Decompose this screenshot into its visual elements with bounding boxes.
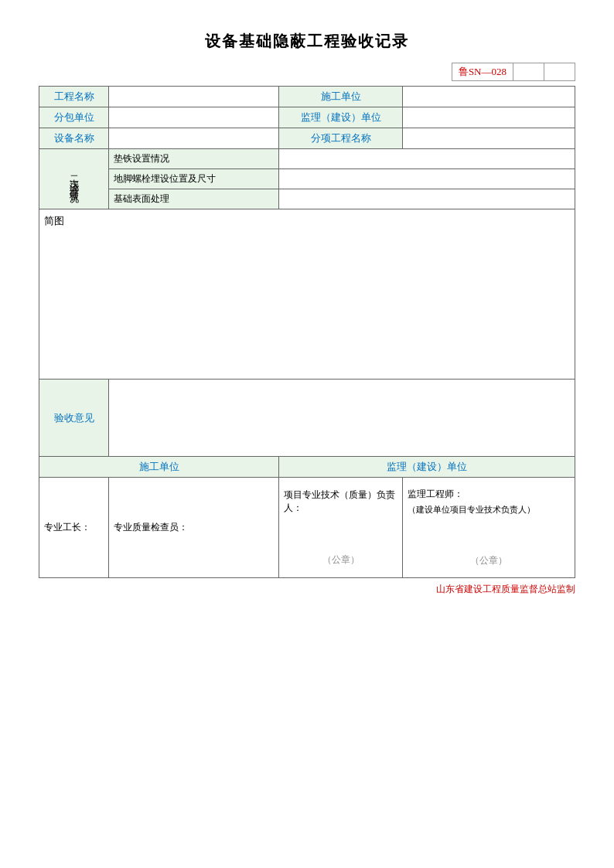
supervision-value[interactable] (403, 107, 575, 128)
row-signatures: 专业工长： 专业质量检查员： 项目专业技术（质量）负责人： （公章） 监理工程师… (39, 478, 575, 578)
sketch-label: 简图 (44, 215, 64, 226)
row-section-headers: 施工单位 监理（建设）单位 (39, 457, 575, 478)
precast-row1-value[interactable] (279, 149, 575, 169)
construction-unit-value[interactable] (403, 87, 575, 107)
foreman-label: 专业工长： (44, 521, 104, 534)
sketch-area: 简图 (39, 209, 575, 380)
row-precast-3: 基础表面处理 (39, 189, 575, 209)
sig-foreman: 专业工长： (39, 478, 109, 578)
engineer-label: 监理工程师： (408, 488, 570, 501)
page: 设备基础隐蔽工程验收记录 鲁SN—028 工程名称 施工单位 分包单位 监理（建… (0, 0, 614, 868)
row-project: 工程名称 施工单位 (39, 87, 575, 107)
sig-supervisor: 监理工程师： （建设单位项目专业技术负责人） （公章） (403, 478, 575, 578)
supervision-section-header: 监理（建设）单位 (279, 457, 575, 478)
footer-text: 山东省建设工程质量监督总站监制 (39, 583, 575, 596)
subcontract-label: 分包单位 (39, 107, 109, 128)
precast-row3-value[interactable] (279, 189, 575, 209)
acceptance-label: 验收意见 (39, 380, 109, 457)
precast-row2-value[interactable] (279, 169, 575, 189)
main-table: 工程名称 施工单位 分包单位 监理（建设）单位 设备名称 分项工程名称 二次浇灌… (39, 86, 575, 578)
precast-row3-label: 基础表面处理 (109, 189, 279, 209)
row-subcontract: 分包单位 监理（建设）单位 (39, 107, 575, 128)
right-stamp: （公章） (408, 554, 570, 567)
equipment-name-label: 设备名称 (39, 128, 109, 149)
inspector-label: 专业质量检查员： (114, 521, 274, 534)
left-stamp: （公章） (284, 553, 397, 567)
doc-number-box2 (544, 63, 575, 81)
techlead-label: 项目专业技术（质量）负责人： (284, 488, 397, 515)
row-sketch: 简图 (39, 209, 575, 380)
subitem-value[interactable] (403, 128, 575, 149)
subcontract-value[interactable] (109, 107, 279, 128)
doc-number-label: 鲁SN—028 (452, 63, 513, 81)
doc-number-row: 鲁SN—028 (39, 63, 575, 81)
supervision-label: 监理（建设）单位 (279, 107, 403, 128)
row-precast-1: 二次浇灌前状况 垫铁设置情况 (39, 149, 575, 169)
row-equipment: 设备名称 分项工程名称 (39, 128, 575, 149)
precast-row2-label: 地脚螺栓埋设位置及尺寸 (109, 169, 279, 189)
row-precast-2: 地脚螺栓埋设位置及尺寸 (39, 169, 575, 189)
subitem-label: 分项工程名称 (279, 128, 403, 149)
row-acceptance: 验收意见 (39, 380, 575, 457)
sig-techlead: 项目专业技术（质量）负责人： （公章） (279, 478, 403, 578)
acceptance-content[interactable] (109, 380, 575, 457)
doc-number-box1 (513, 63, 544, 81)
precast-vertical-label: 二次浇灌前状况 (39, 149, 109, 209)
project-name-label: 工程名称 (39, 87, 109, 107)
construction-section-header: 施工单位 (39, 457, 279, 478)
tech-person-label: （建设单位项目专业技术负责人） (408, 504, 570, 516)
precast-row1-label: 垫铁设置情况 (109, 149, 279, 169)
equipment-name-value[interactable] (109, 128, 279, 149)
sig-inspector: 专业质量检查员： (109, 478, 279, 578)
construction-unit-label: 施工单位 (279, 87, 403, 107)
project-name-value[interactable] (109, 87, 279, 107)
page-title: 设备基础隐蔽工程验收记录 (39, 31, 575, 52)
